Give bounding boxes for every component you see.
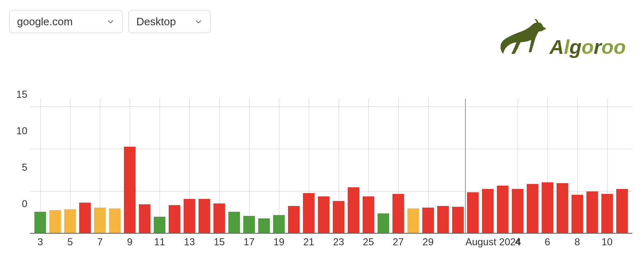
bar[interactable] — [213, 203, 225, 234]
x-tick-label: 8 — [574, 236, 580, 248]
bar[interactable] — [273, 215, 285, 234]
x-tick-label: 7 — [97, 236, 102, 248]
bar[interactable] — [512, 189, 523, 234]
algoroo-serp-volatility-widget: { "header": { "domain_select": "google.c… — [0, 0, 644, 271]
bar[interactable] — [557, 183, 568, 234]
domain-select[interactable]: google.com — [9, 10, 123, 33]
x-tick-label: 6 — [545, 236, 550, 248]
y-tick-label: 0 — [12, 198, 30, 210]
y-tick-label: 10 — [12, 125, 30, 137]
x-tick-label: 3 — [38, 236, 43, 248]
x-tick-label: 15 — [214, 236, 225, 248]
x-tick-label: 17 — [244, 236, 255, 248]
bar[interactable] — [318, 196, 329, 234]
x-tick-label: 27 — [393, 236, 404, 248]
bars-layer — [30, 99, 632, 234]
bar[interactable] — [601, 194, 613, 234]
brand-wordmark: Algoroo — [550, 37, 626, 57]
bar[interactable] — [482, 189, 494, 234]
x-tick-label: 10 — [601, 236, 613, 248]
bar[interactable] — [363, 196, 374, 234]
volatility-chart: 051015 357911131517192123252729August 20… — [12, 99, 632, 252]
x-tick-label: 9 — [127, 236, 132, 248]
bar[interactable] — [542, 182, 553, 234]
bar[interactable] — [34, 212, 46, 234]
bar[interactable] — [154, 217, 165, 234]
bar[interactable] — [333, 201, 344, 234]
bar[interactable] — [378, 213, 389, 234]
x-axis: 357911131517192123252729August 202446810 — [30, 234, 632, 252]
y-tick-label: 15 — [12, 89, 30, 100]
bar[interactable] — [452, 207, 464, 234]
bar[interactable] — [616, 189, 628, 234]
bar[interactable] — [124, 147, 136, 234]
bar[interactable] — [243, 216, 255, 234]
kangaroo-icon — [497, 19, 547, 57]
bar[interactable] — [109, 208, 121, 234]
bar[interactable] — [79, 203, 91, 234]
bar[interactable] — [303, 193, 315, 234]
chevron-down-icon — [107, 17, 115, 26]
bar[interactable] — [64, 209, 76, 234]
bar[interactable] — [184, 199, 195, 234]
device-select-value: Desktop — [136, 15, 176, 28]
x-tick-label: 25 — [363, 236, 374, 248]
bar[interactable] — [348, 187, 359, 234]
bar[interactable] — [258, 218, 270, 234]
chevron-down-icon — [194, 17, 203, 26]
bar[interactable] — [392, 194, 404, 234]
bar[interactable] — [199, 199, 210, 234]
x-tick-label: 29 — [423, 236, 434, 248]
x-tick-label: 5 — [67, 236, 73, 248]
bar[interactable] — [422, 208, 434, 234]
bar[interactable] — [139, 204, 150, 234]
bar[interactable] — [407, 208, 419, 234]
bar[interactable] — [94, 208, 106, 234]
bar[interactable] — [571, 195, 583, 234]
x-tick-label: 11 — [154, 236, 165, 248]
bar[interactable] — [288, 206, 300, 234]
x-tick-label: August 2024 — [465, 236, 521, 248]
x-tick-label: 23 — [333, 236, 344, 248]
x-tick-label: 13 — [184, 236, 195, 248]
bar[interactable] — [49, 210, 61, 234]
bar[interactable] — [527, 184, 538, 234]
bar[interactable] — [169, 205, 180, 234]
device-select[interactable]: Desktop — [128, 10, 211, 33]
y-tick-label: 5 — [12, 162, 30, 173]
x-tick-label: 19 — [274, 236, 285, 248]
x-tick-label: 4 — [515, 236, 520, 248]
brand-logo: Algoroo — [497, 19, 626, 57]
bar[interactable] — [437, 206, 449, 234]
bar[interactable] — [228, 212, 240, 234]
header: google.com Desktop Algoroo — [9, 10, 635, 39]
bar[interactable] — [497, 186, 508, 234]
bar[interactable] — [586, 191, 598, 234]
domain-select-value: google.com — [17, 15, 73, 28]
y-axis: 051015 — [12, 99, 30, 234]
bar[interactable] — [467, 192, 479, 234]
x-tick-label: 21 — [303, 236, 315, 248]
plot-area — [30, 99, 632, 234]
